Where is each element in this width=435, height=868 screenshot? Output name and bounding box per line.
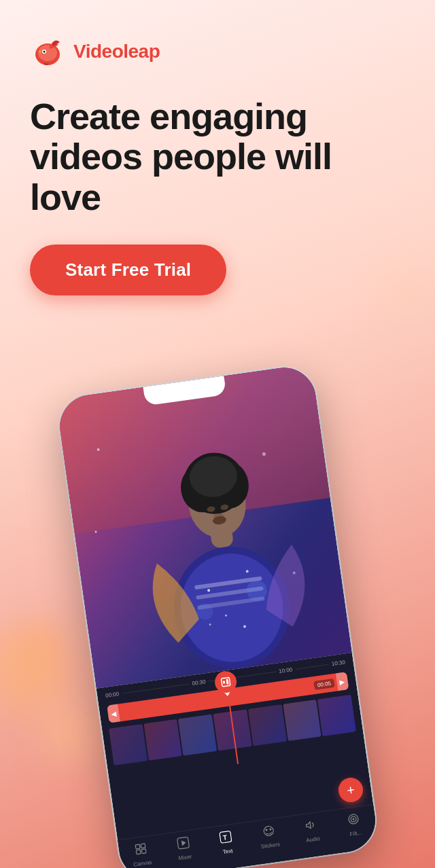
- timeline-time-far: 10:00: [279, 666, 293, 674]
- svg-text:T: T: [223, 833, 228, 842]
- clip-duration-badge: 00:05: [313, 679, 335, 690]
- tab-audio[interactable]: Audio: [289, 816, 335, 845]
- timeline-time-end: 10:30: [331, 659, 345, 667]
- svg-rect-29: [135, 844, 140, 849]
- svg-point-39: [269, 828, 271, 830]
- svg-point-38: [265, 829, 267, 831]
- svg-point-3: [44, 51, 46, 53]
- film-frame-5: [248, 704, 287, 746]
- start-free-trial-button[interactable]: Start Free Trial: [30, 245, 226, 295]
- svg-marker-34: [181, 840, 186, 846]
- add-clip-button[interactable]: +: [337, 776, 365, 804]
- phone-video-area: [56, 363, 352, 689]
- film-frame-6: [283, 700, 321, 741]
- svg-point-42: [353, 818, 355, 820]
- tab-canvas[interactable]: Canvas: [118, 840, 164, 868]
- film-frame-1: [109, 724, 147, 765]
- brand-name: Videoleap: [73, 41, 160, 62]
- tab-mixer[interactable]: Mixer: [161, 834, 207, 863]
- phone-mockup-area: 00:00 00:30 10:00 10:30 ▶: [54, 352, 381, 868]
- svg-rect-26: [221, 677, 230, 687]
- text-tab-label: Text: [222, 848, 233, 855]
- audio-tab-label: Audio: [306, 835, 321, 844]
- svg-rect-31: [136, 850, 141, 854]
- stickers-icon: [262, 824, 276, 840]
- stickers-tab-label: Stickers: [260, 841, 280, 850]
- canvas-tab-label: Canvas: [133, 859, 152, 868]
- film-frame-7: [317, 695, 356, 736]
- film-frame-2: [143, 719, 182, 761]
- clip-left-arrow: ◀: [110, 710, 116, 718]
- svg-rect-28: [226, 679, 229, 685]
- tab-stickers[interactable]: Stickers: [246, 822, 292, 851]
- tab-filter[interactable]: Filt...: [332, 810, 378, 839]
- cta-section: Start Free Trial: [0, 217, 435, 316]
- clip-right-arrow: ▶: [339, 677, 345, 685]
- header: Videoleap: [0, 0, 435, 83]
- mixer-tab-label: Mixer: [178, 854, 192, 862]
- text-icon: T: [219, 830, 233, 846]
- timeline-time-mid: 00:30: [192, 679, 206, 687]
- filter-icon: [347, 812, 361, 829]
- svg-point-37: [263, 826, 274, 837]
- timeline-time-start: 00:00: [105, 691, 120, 699]
- phone-controls-area: 00:00 00:30 10:00 10:30 ▶: [97, 653, 380, 868]
- svg-rect-27: [223, 681, 226, 683]
- phone-outer: 00:00 00:30 10:00 10:30 ▶: [56, 363, 380, 868]
- svg-point-1: [38, 45, 57, 61]
- audio-icon: [304, 818, 318, 835]
- canvas-icon: [134, 842, 148, 858]
- svg-rect-32: [141, 849, 146, 854]
- film-frame-3: [178, 714, 217, 755]
- clip-right-handle[interactable]: ▶: [336, 672, 349, 691]
- plus-icon: +: [346, 782, 355, 797]
- filter-tab-label: Filt...: [349, 830, 362, 837]
- hero-section: Create engaging videos people will love: [0, 83, 435, 217]
- svg-rect-30: [141, 844, 145, 848]
- tab-text[interactable]: T Text: [204, 828, 250, 857]
- hero-title: Create engaging videos people will love: [30, 96, 405, 217]
- mixer-icon: [176, 836, 190, 852]
- clip-left-handle[interactable]: ◀: [107, 704, 120, 723]
- logo-icon: [30, 34, 65, 69]
- tab-bar: Canvas Mixer: [118, 804, 379, 868]
- playhead-icon-svg: [220, 676, 232, 688]
